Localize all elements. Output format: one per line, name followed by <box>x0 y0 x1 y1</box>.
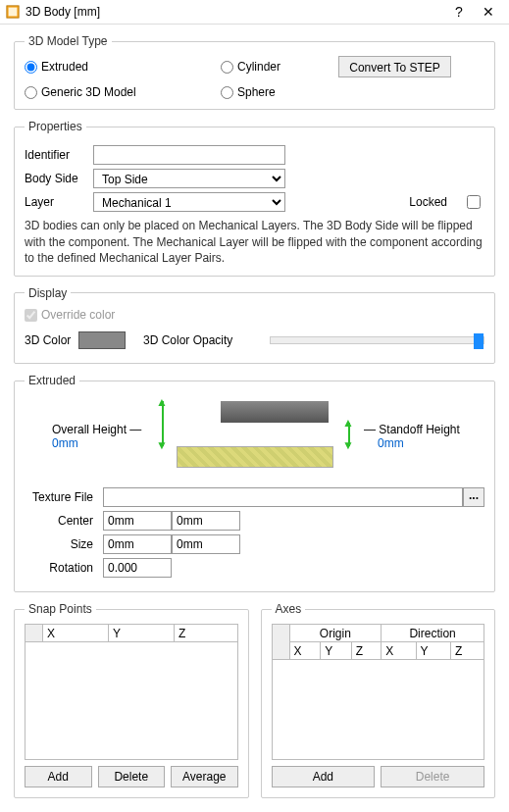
snap-add-button[interactable]: Add <box>25 766 92 787</box>
axes-group: Axes OriginDirection XYZXYZ Add Delete <box>261 602 496 798</box>
convert-to-step-button[interactable]: Convert To STEP <box>338 56 451 77</box>
size-x-input[interactable] <box>103 534 172 554</box>
center-label: Center <box>25 514 103 528</box>
size-y-input[interactable] <box>172 534 240 554</box>
layer-label: Layer <box>25 195 93 209</box>
snap-points-group: Snap Points XYZ Add Delete Average <box>14 602 249 798</box>
axes-add-button[interactable]: Add <box>272 766 376 787</box>
center-y-input[interactable] <box>172 511 240 531</box>
radio-sphere[interactable]: Sphere <box>221 85 338 99</box>
close-icon[interactable]: ✕ <box>474 4 503 20</box>
radio-cylinder[interactable]: Cylinder <box>221 60 338 74</box>
radio-generic[interactable]: Generic 3D Model <box>25 85 221 99</box>
center-x-input[interactable] <box>103 511 172 531</box>
extruded-diagram: ▲ ▼ ▲ ▼ Overall Height — 0mm — Standoff … <box>44 395 484 474</box>
model-type-legend: 3D Model Type <box>25 34 112 48</box>
bodyside-select[interactable]: Top Side <box>93 169 285 188</box>
snap-points-table[interactable]: XYZ <box>25 624 238 642</box>
standoff-height-value[interactable]: 0mm <box>378 436 404 450</box>
identifier-label: Identifier <box>25 148 93 162</box>
locked-label: Locked <box>409 195 447 209</box>
titlebar: 3D Body [mm] ? ✕ <box>0 0 509 25</box>
3d-color-swatch[interactable] <box>78 331 126 349</box>
layer-select[interactable]: Mechanical 1 <box>93 192 285 212</box>
identifier-input[interactable] <box>93 145 285 165</box>
opacity-label: 3D Color Opacity <box>143 333 232 347</box>
bodyside-label: Body Side <box>25 172 93 185</box>
overall-height-label: Overall Height <box>52 423 127 436</box>
radio-extruded[interactable]: Extruded <box>25 60 221 74</box>
model-type-group: 3D Model Type Extruded Cylinder Convert … <box>14 34 495 110</box>
texture-file-input[interactable] <box>103 487 463 507</box>
opacity-slider[interactable] <box>270 336 484 344</box>
properties-legend: Properties <box>25 120 86 133</box>
extruded-legend: Extruded <box>25 374 79 387</box>
rotation-label: Rotation <box>25 561 103 575</box>
axes-table[interactable]: OriginDirection XYZXYZ <box>272 624 485 660</box>
snap-points-legend: Snap Points <box>25 602 96 616</box>
locked-checkbox[interactable] <box>467 195 481 209</box>
extruded-group: Extruded ▲ ▼ ▲ ▼ Overall Height — 0mm — … <box>14 374 495 592</box>
3d-color-label: 3D Color <box>25 333 78 347</box>
help-icon[interactable]: ? <box>444 4 474 20</box>
texture-file-label: Texture File <box>25 490 103 504</box>
rotation-input[interactable] <box>103 558 172 578</box>
window-title: 3D Body [mm] <box>25 5 444 19</box>
standoff-height-label: Standoff Height <box>379 423 460 436</box>
axes-delete-button: Delete <box>381 766 484 787</box>
override-color-checkbox[interactable]: Override color <box>25 308 115 322</box>
display-group: Display Override color 3D Color 3D Color… <box>14 286 495 364</box>
display-legend: Display <box>25 286 71 300</box>
properties-group: Properties Identifier Body Side Top Side… <box>14 120 495 277</box>
app-icon <box>6 5 20 19</box>
svg-rect-1 <box>9 8 18 17</box>
snap-average-button[interactable]: Average <box>171 766 238 787</box>
texture-browse-button[interactable]: ... <box>463 487 484 507</box>
snap-delete-button[interactable]: Delete <box>98 766 166 787</box>
axes-legend: Axes <box>272 602 306 616</box>
overall-height-value[interactable]: 0mm <box>52 436 78 450</box>
size-label: Size <box>25 537 103 551</box>
properties-help: 3D bodies can only be placed on Mechanic… <box>25 218 484 266</box>
